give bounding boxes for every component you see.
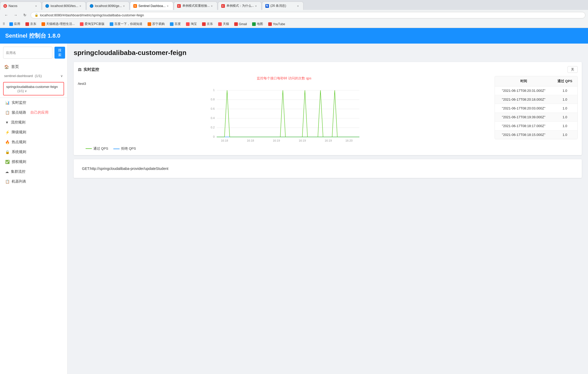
app-container: Sentinel 控制台 1.8.0 搜索 🏠 首页 sentinel-dash… [0, 28, 588, 374]
search-button[interactable]: 搜索 [54, 47, 65, 59]
address-bar-row: ← → ↻ 🔒 localhost:8080/#/dashboard/metri… [0, 10, 588, 20]
tab-danli2[interactable]: C 单例模式：为什么... × [218, 2, 261, 10]
forward-button[interactable]: → [12, 11, 19, 19]
address-field[interactable]: 🔒 localhost:8080/#/dashboard/metric/spri… [31, 12, 585, 18]
back-button[interactable]: ← [3, 11, 10, 19]
tab-zhihu-close[interactable]: × [296, 4, 300, 8]
bookmark-jd1[interactable]: 京东 [23, 21, 38, 27]
col-qps: 通过 QPS [552, 76, 577, 86]
home-label: 首页 [11, 64, 19, 69]
bookmark-tianmao2[interactable]: 天猫 [216, 21, 231, 27]
sidebar: 搜索 🏠 首页 sentinel-dashboard (1/1) ∨ s [0, 44, 67, 374]
bookmark-taobao-pc[interactable]: 爱淘宝PC新版 [78, 21, 107, 27]
chart-wrapper: 监控每个接口每秒钟 访问的次数 qps /test3 [78, 76, 490, 151]
app-group: sentinel-dashboard (1/1) ∨ springcloudal… [0, 72, 67, 98]
table-cell-qps: 1.0 [552, 104, 577, 113]
app-instance-count: (1/1) ∨ [6, 89, 61, 93]
tab-danli2-close[interactable]: × [254, 4, 258, 8]
search-input[interactable] [3, 47, 52, 59]
bookmark-jd2[interactable]: 京东 [200, 21, 215, 27]
sidebar-item-hotspot[interactable]: 🔥 热点规则 [0, 137, 67, 147]
hotspot-label: 热点规则 [12, 140, 26, 144]
sidebar-item-realtime[interactable]: 📊 实时监控 [0, 98, 67, 108]
tab-sentinel[interactable]: S Sentinel Dashboa... × [130, 2, 173, 10]
bookmark-maps[interactable]: 地图 [250, 21, 265, 27]
bookmark-gmail-icon [234, 22, 238, 26]
sidebar-item-auth[interactable]: ✅ 授权规则 [0, 157, 67, 167]
tab-localhost8096-favicon: 🌐 [90, 4, 93, 8]
table-cell-qps: 1.0 [552, 95, 577, 104]
home-icon: 🏠 [4, 65, 9, 69]
tab-sentinel-label: Sentinel Dashboa... [139, 4, 166, 8]
table-row: "2021-06-17T08:20:31.000Z"1.0 [495, 86, 577, 95]
bookmark-suning[interactable]: 苏宁易购 [146, 21, 167, 27]
app-header: Sentinel 控制台 1.8.0 [0, 28, 588, 44]
bookmark-apps[interactable]: 应用 [7, 21, 22, 27]
table-cell-time: "2021-06-17T08:20:31.000Z" [495, 86, 552, 95]
tab-localhost8093-close[interactable]: × [78, 4, 82, 8]
trace-label: 簇点链路 [12, 110, 26, 115]
bookmark-tianmao[interactable]: 天猫精选-理想生活... [39, 21, 77, 27]
tab-nacos-close[interactable]: × [34, 4, 38, 8]
svg-text:0: 0 [213, 135, 215, 138]
sidebar-item-flow[interactable]: ▼ 流控规则 [0, 117, 67, 127]
apps-icon[interactable]: ⠿ [3, 22, 5, 26]
section-title: ⚖ 实时监控 [78, 67, 99, 72]
chart-annotation: 监控每个接口每秒钟 访问的次数 qps [78, 76, 490, 81]
table-cell-time: "2021-06-17T08:20:03.000Z" [495, 104, 552, 113]
content-area: springcloudalibaba-customer-feign ⚖ 实时监控… [67, 44, 588, 374]
tab-localhost8096-close[interactable]: × [122, 4, 126, 8]
sidebar-item-trace[interactable]: 📋 簇点链路 自己的应用 [0, 108, 67, 117]
svg-text:16:20: 16:20 [345, 139, 353, 142]
legend-pass-line [86, 148, 92, 149]
nav-home[interactable]: 🏠 首页 [0, 62, 67, 72]
bookmark-youtube[interactable]: YouTube [266, 22, 287, 26]
tab-localhost8096[interactable]: 🌐 localhost:8096/ge... × [86, 2, 129, 10]
tab-localhost8093[interactable]: 🌐 localhost:8093/tes... × [42, 2, 86, 10]
bookmark-baidu1[interactable]: 百度一下，你就知道 [108, 21, 144, 27]
reload-button[interactable]: ↻ [21, 11, 29, 19]
bookmark-baidu2[interactable]: 百度 [168, 21, 183, 27]
system-icon: 🔒 [5, 150, 10, 154]
tab-zhihu-label: (26 条消息) [271, 4, 286, 8]
table-cell-qps: 1.0 [552, 86, 577, 95]
table-row: "2021-06-17T08:20:18.000Z"1.0 [495, 95, 577, 104]
table-row: "2021-06-17T08:19:39.000Z"1.0 [495, 113, 577, 122]
svg-text:16:19: 16:19 [299, 139, 306, 142]
app-title: Sentinel 控制台 1.8.0 [5, 32, 60, 40]
legend-reject-line [113, 149, 120, 149]
bookmark-taobao-pc-icon [80, 22, 84, 26]
app-instance[interactable]: springcloudalibaba-customer-feign (1/1) … [3, 82, 64, 95]
cluster-icon: ☁ [5, 170, 9, 174]
tab-sentinel-close[interactable]: × [166, 4, 170, 8]
tab-danli1[interactable]: C 单例模式双重校验... × [174, 2, 217, 10]
tab-nacos[interactable]: G Nacos × [0, 2, 41, 10]
table-cell-qps: 1.0 [552, 130, 577, 139]
sidebar-item-cluster[interactable]: ☁ 集群流控 [0, 167, 67, 177]
sidebar-item-machine[interactable]: 📋 机器列表 [0, 177, 67, 186]
svg-text:0.4: 0.4 [211, 116, 215, 120]
svg-text:16:19: 16:19 [325, 139, 332, 142]
sidebar-item-degrade[interactable]: ⚡ 降级规则 [0, 127, 67, 137]
tab-bar: G Nacos × 🌐 localhost:8093/tes... × 🌐 lo… [0, 0, 588, 10]
app-group-header[interactable]: sentinel-dashboard (1/1) ∨ [0, 72, 67, 80]
table-cell-time: "2021-06-17T08:20:18.000Z" [495, 95, 552, 104]
bookmark-maps-icon [252, 22, 256, 26]
tab-danli2-label: 单例模式：为什么... [226, 4, 254, 8]
degrade-icon: ⚡ [5, 130, 10, 134]
sidebar-item-system[interactable]: 🔒 系统规则 [0, 147, 67, 157]
tab-danli1-close[interactable]: × [210, 4, 214, 8]
tab-zhihu[interactable]: 知 (26 条消息) × [262, 2, 303, 10]
close-button[interactable]: 关 [568, 66, 578, 73]
realtime-label: 实时监控 [12, 100, 26, 105]
svg-text:0.6: 0.6 [211, 107, 215, 110]
bookmark-gmail[interactable]: Gmail [232, 22, 249, 26]
table-cell-qps: 1.0 [552, 122, 577, 130]
svg-text:16:18: 16:18 [247, 139, 254, 142]
line-chart: 1 0.8 0.6 0.4 0.2 0 16:18 16:18 16:19 16… [78, 88, 490, 145]
chart-legend: 通过 QPS 拒绝 QPS [78, 146, 490, 151]
chart-container: 监控每个接口每秒钟 访问的次数 qps /test3 [78, 76, 578, 151]
bookmark-taobao[interactable]: 淘宝 [184, 21, 199, 27]
bookmark-tianmao-icon [41, 22, 45, 26]
machine-label: 机器列表 [12, 179, 26, 184]
